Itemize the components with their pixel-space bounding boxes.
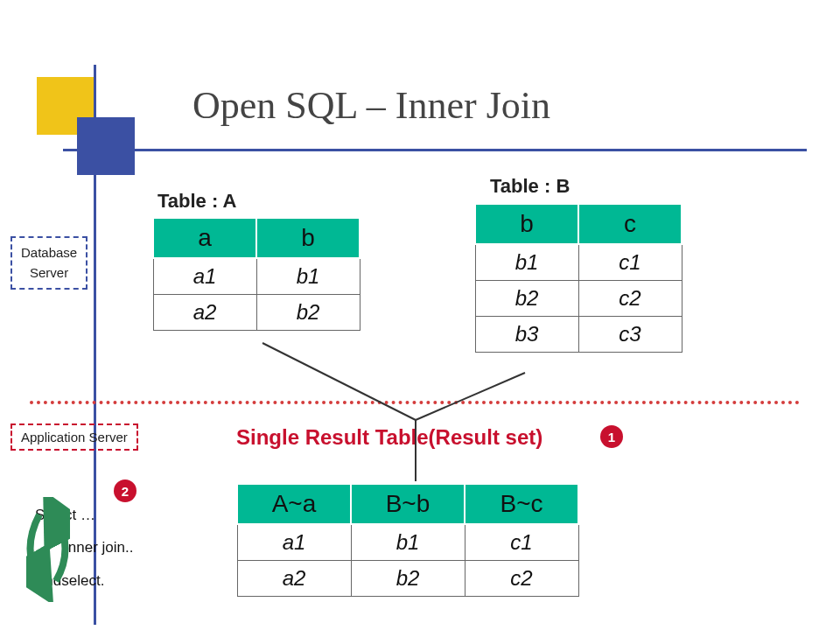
table-b: b c b1 c1 b2 c2 b3 c3 xyxy=(474,203,682,353)
table-row: b2 c2 xyxy=(475,281,682,317)
application-server-box: Application Server xyxy=(10,424,138,451)
table-b-header: c xyxy=(578,204,682,244)
result-table: A~a B~b B~c a1 b1 c1 a2 b2 c2 xyxy=(236,483,579,597)
svg-line-0 xyxy=(262,343,416,420)
svg-line-1 xyxy=(416,373,525,420)
code-endselect: Endselect. xyxy=(35,564,133,597)
step-badge-1: 1 xyxy=(600,425,623,448)
table-row: b3 c3 xyxy=(475,317,682,353)
result-header: B~c xyxy=(465,484,578,524)
table-row: b1 c1 xyxy=(475,244,682,281)
table-b-label: Table : B xyxy=(490,175,570,198)
table-a-header: b xyxy=(256,218,360,258)
header-underline xyxy=(63,149,807,151)
table-row: a2 b2 xyxy=(153,295,360,331)
decor-square-blue xyxy=(77,117,135,175)
table-a: a b a1 b1 a2 b2 xyxy=(152,217,360,331)
code-innerjoin: inner join.. xyxy=(35,531,133,564)
separator-dotted xyxy=(30,401,800,404)
db-server-line1: Database xyxy=(21,245,77,260)
table-a-label: Table : A xyxy=(158,190,236,213)
code-snippet: Select … inner join.. Endselect. xyxy=(35,499,133,597)
table-row: a1 b1 xyxy=(153,258,360,295)
slide-title: Open SQL – Inner Join xyxy=(192,83,550,128)
table-b-header: b xyxy=(475,204,578,244)
table-a-header: a xyxy=(153,218,256,258)
result-header: A~a xyxy=(237,484,351,524)
db-server-line2: Server xyxy=(30,265,68,280)
result-title: Single Result Table(Result set) xyxy=(236,425,542,450)
result-header: B~b xyxy=(351,484,465,524)
code-select: Select … xyxy=(35,499,133,531)
table-row: a2 b2 c2 xyxy=(237,561,578,597)
database-server-box: Database Server xyxy=(10,236,88,290)
table-row: a1 b1 c1 xyxy=(237,524,578,561)
